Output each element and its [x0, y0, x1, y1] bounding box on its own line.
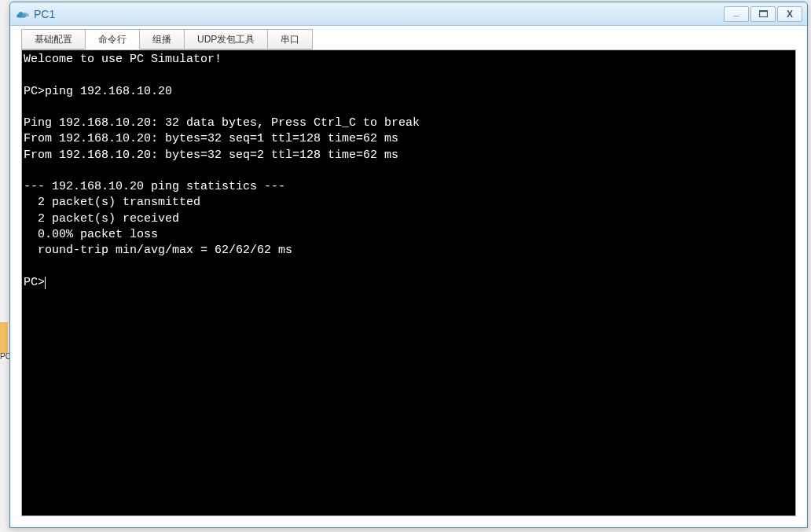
- terminal-line: From 192.168.10.20: bytes=32 seq=1 ttl=1…: [24, 131, 794, 147]
- content-area: Welcome to use PC Simulator! PC>ping 192…: [10, 50, 807, 527]
- terminal-line: --- 192.168.10.20 ping statistics ---: [24, 179, 794, 195]
- tab-bar: 基础配置 命令行 组播 UDP发包工具 串口: [10, 26, 807, 50]
- minimize-button[interactable]: _: [724, 6, 749, 22]
- terminal-line: 0.00% packet loss: [24, 227, 794, 243]
- tab-label: UDP发包工具: [197, 33, 255, 46]
- terminal-line: Welcome to use PC Simulator!: [24, 52, 794, 68]
- tab-label: 组播: [152, 33, 171, 46]
- tab-label: 基础配置: [35, 33, 72, 46]
- terminal-line: Ping 192.168.10.20: 32 data bytes, Press…: [24, 116, 794, 131]
- app-icon: [15, 7, 29, 21]
- maximize-button[interactable]: [750, 6, 776, 22]
- terminal-cursor: [45, 277, 46, 289]
- window-title: PC1: [34, 8, 724, 20]
- terminal-line: [24, 259, 794, 274]
- pc-simulator-window: PC1 _ X 基础配置 命令行 组播 UDP发包工具: [9, 2, 808, 528]
- tab-label: 命令行: [98, 33, 127, 46]
- window-controls: _ X: [724, 6, 802, 22]
- terminal-line: PC>: [24, 275, 794, 291]
- tab-basic-config[interactable]: 基础配置: [21, 29, 86, 50]
- window-titlebar[interactable]: PC1 _ X: [10, 2, 807, 26]
- minimize-icon: _: [733, 6, 739, 17]
- terminal-line: PC>ping 192.168.10.20: [24, 84, 794, 100]
- tab-multicast[interactable]: 组播: [139, 29, 185, 50]
- maximize-icon: [759, 8, 768, 20]
- tab-command-line[interactable]: 命令行: [85, 29, 140, 50]
- terminal-line: From 192.168.10.20: bytes=32 seq=2 ttl=1…: [24, 148, 794, 163]
- terminal-line: [24, 163, 794, 179]
- desktop-pc-icon: [0, 322, 8, 354]
- terminal-line: 2 packet(s) transmitted: [24, 195, 794, 211]
- terminal-line: [24, 68, 794, 83]
- tab-udp-tool[interactable]: UDP发包工具: [184, 29, 268, 50]
- terminal-line: [24, 100, 794, 116]
- tab-serial[interactable]: 串口: [267, 29, 313, 50]
- terminal-line: 2 packet(s) received: [24, 211, 794, 227]
- tab-label: 串口: [281, 33, 299, 46]
- terminal-line: round-trip min/avg/max = 62/62/62 ms: [24, 243, 794, 259]
- close-icon: X: [787, 9, 793, 20]
- terminal-output[interactable]: Welcome to use PC Simulator! PC>ping 192…: [21, 50, 796, 516]
- close-button[interactable]: X: [777, 6, 802, 22]
